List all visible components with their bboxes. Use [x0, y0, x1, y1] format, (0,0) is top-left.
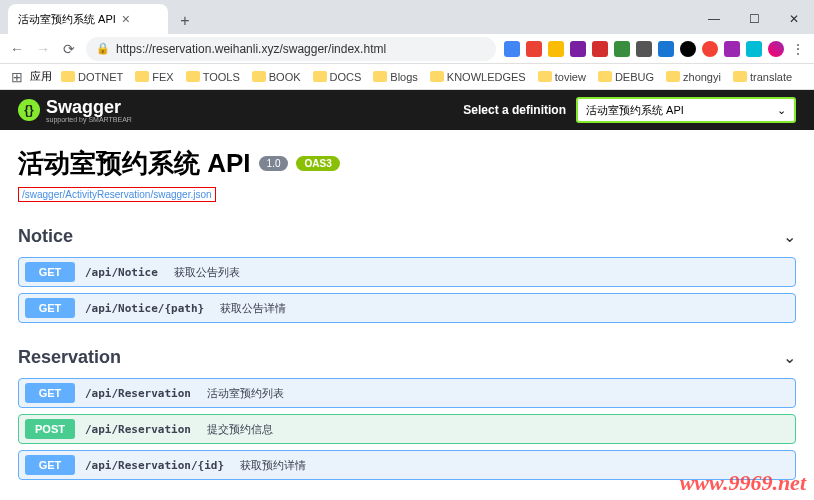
bookmark-item[interactable]: zhongyi: [661, 69, 726, 85]
operation-row[interactable]: POST/api/Reservation提交预约信息: [18, 414, 796, 444]
forward-icon[interactable]: →: [34, 41, 52, 57]
bookmark-label: toview: [555, 71, 586, 83]
bookmark-item[interactable]: Blogs: [368, 69, 423, 85]
operation-summary: 获取公告列表: [174, 265, 240, 280]
swagger-sub: supported by SMARTBEAR: [46, 116, 132, 123]
url-text: https://reservation.weihanli.xyz/swagger…: [116, 42, 386, 56]
operation-summary: 提交预约信息: [207, 422, 273, 437]
swagger-brand: Swagger: [46, 97, 132, 118]
swagger-icon: {}: [18, 99, 40, 121]
url-input[interactable]: 🔒 https://reservation.weihanli.xyz/swagg…: [86, 37, 496, 61]
folder-icon: [313, 71, 327, 82]
operation-row[interactable]: GET/api/Notice获取公告列表: [18, 257, 796, 287]
oas-badge: OAS3: [296, 156, 339, 171]
folder-icon: [430, 71, 444, 82]
address-bar: ← → ⟳ 🔒 https://reservation.weihanli.xyz…: [0, 34, 814, 64]
bookmark-item[interactable]: FEX: [130, 69, 178, 85]
method-badge: POST: [25, 419, 75, 439]
operation-path: /api/Notice: [85, 266, 158, 279]
browser-titlebar: 活动室预约系统 API × + — ☐ ✕: [0, 0, 814, 34]
lock-icon: 🔒: [96, 42, 110, 55]
bookmark-label: TOOLS: [203, 71, 240, 83]
bookmark-label: DEBUG: [615, 71, 654, 83]
extensions: ⋮: [504, 41, 806, 57]
avatar[interactable]: [768, 41, 784, 57]
apps-label[interactable]: 应用: [30, 69, 52, 84]
ext-icon[interactable]: [724, 41, 740, 57]
section-name: Notice: [18, 226, 73, 247]
section-header[interactable]: Notice⌄: [18, 222, 796, 251]
operation-row[interactable]: GET/api/Notice/{path}获取公告详情: [18, 293, 796, 323]
version-badge: 1.0: [259, 156, 289, 171]
chevron-down-icon: ⌄: [783, 348, 796, 367]
ext-icon[interactable]: [636, 41, 652, 57]
operation-path: /api/Reservation/{id}: [85, 459, 224, 472]
operation-row[interactable]: GET/api/Reservation活动室预约列表: [18, 378, 796, 408]
bookmark-item[interactable]: BOOK: [247, 69, 306, 85]
section-name: Reservation: [18, 347, 121, 368]
folder-icon: [733, 71, 747, 82]
bookmark-label: translate: [750, 71, 792, 83]
menu-icon[interactable]: ⋮: [790, 41, 806, 57]
bookmark-label: DOCS: [330, 71, 362, 83]
watermark: www.9969.net: [680, 470, 806, 496]
folder-icon: [252, 71, 266, 82]
ext-icon[interactable]: [680, 41, 696, 57]
definition-value: 活动室预约系统 API: [586, 103, 684, 118]
folder-icon: [135, 71, 149, 82]
bookmark-label: BOOK: [269, 71, 301, 83]
ext-icon[interactable]: [526, 41, 542, 57]
tab-title: 活动室预约系统 API: [18, 12, 116, 27]
apps-icon[interactable]: ⊞: [8, 69, 26, 85]
operation-path: /api/Notice/{path}: [85, 302, 204, 315]
bookmark-item[interactable]: DEBUG: [593, 69, 659, 85]
operation-path: /api/Reservation: [85, 423, 191, 436]
definition-select[interactable]: 活动室预约系统 API ⌄: [576, 97, 796, 123]
bookmark-item[interactable]: translate: [728, 69, 797, 85]
ext-icon[interactable]: [746, 41, 762, 57]
browser-tab[interactable]: 活动室预约系统 API ×: [8, 4, 168, 34]
folder-icon: [598, 71, 612, 82]
bookmark-item[interactable]: DOTNET: [56, 69, 128, 85]
ext-icon[interactable]: [592, 41, 608, 57]
bookmarks-bar: ⊞ 应用 DOTNETFEXTOOLSBOOKDOCSBlogsKNOWLEDG…: [0, 64, 814, 90]
swagger-json-link[interactable]: /swagger/ActivityReservation/swagger.jso…: [18, 187, 216, 202]
folder-icon: [186, 71, 200, 82]
ext-icon[interactable]: [614, 41, 630, 57]
bookmark-label: zhongyi: [683, 71, 721, 83]
minimize-button[interactable]: —: [694, 4, 734, 34]
maximize-button[interactable]: ☐: [734, 4, 774, 34]
bookmark-item[interactable]: toview: [533, 69, 591, 85]
close-icon[interactable]: ×: [122, 11, 130, 27]
method-badge: GET: [25, 383, 75, 403]
section-header[interactable]: Reservation⌄: [18, 343, 796, 372]
close-button[interactable]: ✕: [774, 4, 814, 34]
folder-icon: [61, 71, 75, 82]
operation-summary: 获取公告详情: [220, 301, 286, 316]
folder-icon: [666, 71, 680, 82]
swagger-content: 活动室预约系统 API 1.0 OAS3 /swagger/ActivityRe…: [0, 130, 814, 500]
definition-label: Select a definition: [463, 103, 566, 117]
bookmark-label: Blogs: [390, 71, 418, 83]
folder-icon: [373, 71, 387, 82]
reload-icon[interactable]: ⟳: [60, 41, 78, 57]
back-icon[interactable]: ←: [8, 41, 26, 57]
bookmark-label: DOTNET: [78, 71, 123, 83]
new-tab-button[interactable]: +: [172, 8, 198, 34]
ext-icon[interactable]: [702, 41, 718, 57]
bookmark-item[interactable]: DOCS: [308, 69, 367, 85]
operation-summary: 活动室预约列表: [207, 386, 284, 401]
bookmark-label: FEX: [152, 71, 173, 83]
bookmark-item[interactable]: TOOLS: [181, 69, 245, 85]
operation-summary: 获取预约详情: [240, 458, 306, 473]
api-title-text: 活动室预约系统 API: [18, 146, 251, 181]
swagger-header: {} Swagger supported by SMARTBEAR Select…: [0, 90, 814, 130]
api-title: 活动室预约系统 API 1.0 OAS3: [18, 146, 796, 181]
folder-icon: [538, 71, 552, 82]
api-section: Reservation⌄GET/api/Reservation活动室预约列表PO…: [18, 343, 796, 480]
bookmark-item[interactable]: KNOWLEDGES: [425, 69, 531, 85]
ext-icon[interactable]: [548, 41, 564, 57]
ext-icon[interactable]: [658, 41, 674, 57]
ext-icon[interactable]: [570, 41, 586, 57]
ext-icon[interactable]: [504, 41, 520, 57]
